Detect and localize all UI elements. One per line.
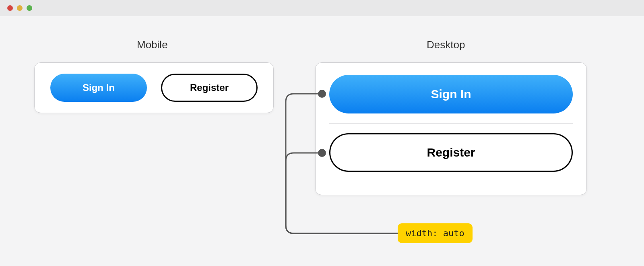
mobile-card: Sign In Register [34, 62, 274, 113]
register-button-mobile[interactable]: Register [161, 74, 258, 102]
width-auto-annotation: width: auto [398, 223, 473, 243]
minimize-icon[interactable] [17, 5, 23, 11]
signin-button-mobile[interactable]: Sign In [50, 74, 147, 102]
vertical-divider [154, 70, 154, 106]
diagram-canvas: Mobile Desktop Sign In Register Sign In … [0, 16, 644, 266]
mobile-heading: Mobile [137, 39, 168, 51]
window-titlebar [0, 0, 644, 16]
mobile-right-half: Register [157, 74, 262, 102]
desktop-card: Sign In Register [315, 62, 587, 195]
register-button-desktop[interactable]: Register [329, 133, 573, 172]
signin-button-desktop[interactable]: Sign In [329, 75, 573, 113]
close-icon[interactable] [7, 5, 13, 11]
mobile-left-half: Sign In [46, 74, 151, 102]
horizontal-divider [329, 123, 573, 124]
desktop-heading: Desktop [427, 39, 465, 51]
zoom-icon[interactable] [27, 5, 32, 11]
